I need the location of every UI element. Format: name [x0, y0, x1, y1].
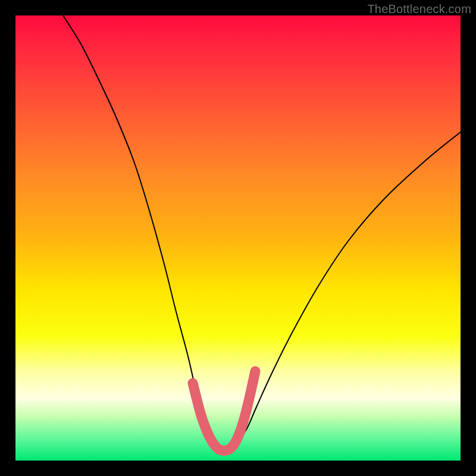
chart-plot-area	[15, 15, 461, 461]
bottleneck-curve	[63, 15, 461, 450]
chart-svg	[15, 15, 461, 461]
watermark-text: TheBottleneck.com	[367, 2, 471, 16]
highlight-segment	[193, 371, 255, 450]
